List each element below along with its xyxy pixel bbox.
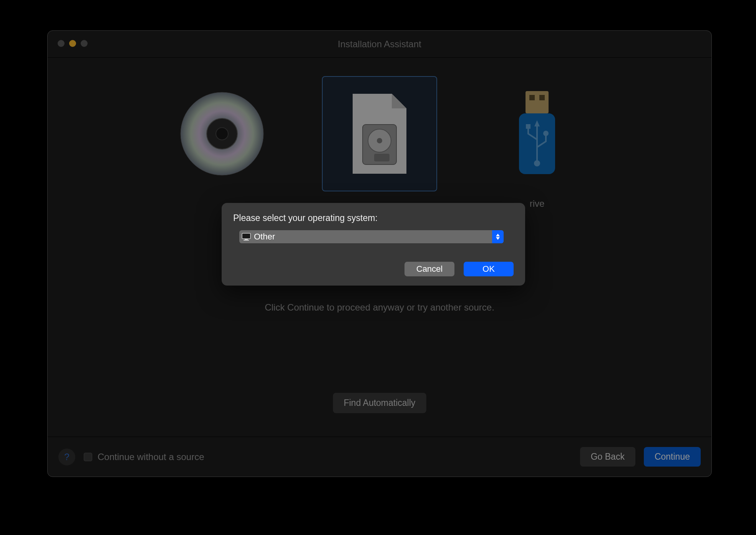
checkbox-box-icon bbox=[84, 453, 92, 461]
os-select-dropdown[interactable]: Other bbox=[239, 230, 504, 243]
dialog-button-row: Cancel OK bbox=[233, 262, 514, 276]
source-label-usb: rive bbox=[530, 198, 545, 209]
ok-button[interactable]: OK bbox=[464, 262, 514, 276]
svg-rect-9 bbox=[374, 154, 390, 161]
svg-marker-4 bbox=[392, 94, 406, 108]
dvd-icon bbox=[164, 76, 280, 191]
source-options-row: DVD Image Fil bbox=[48, 76, 711, 209]
find-automatically-button[interactable]: Find Automatically bbox=[333, 393, 426, 413]
disk-image-file-icon bbox=[322, 76, 437, 191]
usb-drive-icon bbox=[479, 76, 595, 191]
continue-button[interactable]: Continue bbox=[644, 447, 701, 467]
svg-point-8 bbox=[377, 138, 382, 143]
svg-rect-20 bbox=[245, 239, 248, 240]
dropdown-stepper-icon bbox=[492, 230, 504, 243]
os-select-value: Other bbox=[254, 232, 275, 242]
monitor-icon bbox=[242, 233, 251, 241]
source-option-usb[interactable]: rive bbox=[479, 76, 595, 209]
continue-without-source-checkbox[interactable]: Continue without a source bbox=[84, 452, 204, 462]
svg-rect-16 bbox=[526, 124, 531, 129]
svg-rect-12 bbox=[539, 95, 545, 100]
svg-rect-11 bbox=[529, 95, 535, 100]
select-os-dialog: Please select your operating system: Oth… bbox=[222, 203, 525, 286]
svg-point-2 bbox=[216, 128, 228, 140]
svg-point-15 bbox=[534, 160, 540, 166]
svg-point-17 bbox=[543, 131, 549, 136]
svg-marker-22 bbox=[496, 234, 500, 236]
bottom-bar: ? Continue without a source Go Back Cont… bbox=[48, 437, 711, 477]
window-title: Installation Assistant bbox=[48, 31, 711, 57]
svg-rect-19 bbox=[242, 233, 250, 239]
svg-rect-10 bbox=[526, 91, 549, 113]
dialog-prompt-text: Please select your operating system: bbox=[233, 213, 514, 223]
background-hint-text: Click Continue to proceed anyway or try … bbox=[48, 302, 711, 313]
continue-without-source-label: Continue without a source bbox=[98, 452, 204, 462]
source-option-dvd[interactable]: DVD bbox=[164, 76, 280, 209]
svg-marker-23 bbox=[496, 237, 500, 240]
help-button[interactable]: ? bbox=[58, 449, 75, 465]
cancel-button[interactable]: Cancel bbox=[405, 262, 454, 276]
source-option-image-file[interactable]: Image File bbox=[322, 76, 437, 209]
go-back-button[interactable]: Go Back bbox=[580, 447, 635, 467]
titlebar: Installation Assistant bbox=[48, 31, 711, 58]
svg-rect-21 bbox=[244, 240, 249, 241]
